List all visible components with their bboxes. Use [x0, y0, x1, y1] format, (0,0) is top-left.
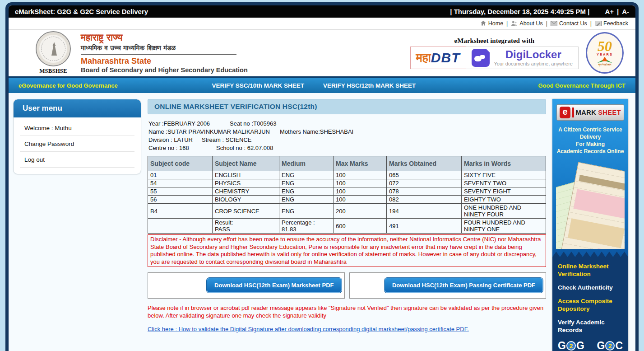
table-cell: FOUR HUNDRED AND NINETY ONE: [462, 219, 546, 234]
table-cell: 082: [387, 196, 462, 204]
app-title: eMarkSheet: G2G & G2C Service Delivery: [15, 8, 148, 15]
signature-note: Please note if in browser or acrobat pdf…: [148, 304, 546, 319]
mahadbt-maha-text: महा: [416, 51, 431, 65]
table-row: 54PHYSICSENG100072SEVENTY TWO: [148, 179, 546, 187]
font-decrease-button[interactable]: A-: [622, 8, 629, 15]
user-menu-header: User menu: [14, 99, 141, 117]
app-window: eMarkSheet: G2G & G2C Service Delivery |…: [5, 2, 639, 351]
banner-service-item: Online Marksheet Verification: [558, 262, 623, 278]
emarksheet-logo-mark: MARK: [576, 109, 597, 116]
student-details: Year :FEBRUARY-2006Seat no :T005963Name …: [148, 120, 546, 152]
table-row: 55CHEMISTRYENG100078SEVENTY EIGHT: [148, 187, 546, 196]
column-header: Marks in Words: [462, 156, 546, 171]
org-english-subtitle: Board of Secondary and Higher Secondary …: [81, 66, 248, 74]
org-english-title: Maharashtra State: [81, 56, 248, 66]
table-cell: 100: [334, 171, 387, 179]
main-nav: eGovernance for Good Governance VERIFY S…: [9, 76, 635, 93]
download-marksheet-button[interactable]: Download HSC(12th Exam) Marksheet PDF: [207, 278, 341, 293]
table-cell: 491: [387, 219, 462, 234]
nav-egovernance-label[interactable]: eGovernance for Good Governance: [19, 82, 118, 89]
jubilee-flame-icon: [602, 57, 607, 61]
emarksheet-logo-sheet: SHEET: [598, 109, 621, 116]
nav-link-verify-ssc-10th-mark-sheet[interactable]: VERIFY SSC/10th MARK SHEET: [212, 82, 305, 89]
about-us-icon: [511, 20, 518, 26]
msbshse-seal-logo: [36, 31, 71, 66]
banner-services: Online Marksheet VerificationCheck Authe…: [558, 262, 623, 340]
detail-right: Mothers Name:SHESHABAI: [280, 128, 353, 135]
nav-ict-label[interactable]: Good Governance Through ICT: [538, 82, 625, 89]
content-area: User menu Welcome : MuthuChange Password…: [9, 93, 635, 351]
emarksheet-logo: e MARKSHEET: [556, 104, 624, 121]
user-menu-title: User menu: [23, 104, 62, 113]
banner-service-item: Check Authenticity: [558, 284, 623, 291]
g2c-logo: G2C: [597, 340, 623, 351]
mahadbt-logo[interactable]: महा DBT: [410, 47, 466, 69]
table-cell: SEVENTY TWO: [462, 179, 546, 187]
table-cell: 100: [334, 179, 387, 187]
table-cell: 600: [334, 219, 387, 234]
topbar-right: | Thursday, December 18, 2025 4:49:25 PM…: [450, 8, 629, 15]
g2-letter: G: [597, 340, 605, 351]
separator: |: [546, 20, 547, 27]
nav-link-verify-hsc-12th-mark-sheet[interactable]: VERIFY HSC/12th MARK SHEET: [323, 82, 416, 89]
jubilee-years-label: YEARS: [597, 52, 613, 56]
font-size-controls: A+ | A-: [605, 8, 629, 15]
digilocker-tagline: Your documents anytime, anywhere: [494, 61, 573, 66]
table-row: B4CROP SCIENCEENG200194ONE HUNDRED AND N…: [148, 204, 546, 219]
quicklink-contact-us[interactable]: Contact Us: [551, 20, 587, 27]
detail-left: Centre no : 168: [148, 144, 216, 152]
quicklink-label: Feedback: [603, 20, 628, 27]
quicklink-label: Home: [488, 20, 503, 27]
banner-service-item: Access Composite Depository: [558, 297, 623, 313]
table-cell: 100: [334, 196, 387, 204]
student-detail-row: Year :FEBRUARY-2006Seat no :T005963: [148, 120, 546, 128]
separator: |: [506, 20, 508, 27]
g2-circle-2: 2: [605, 341, 615, 351]
table-cell: ENG: [279, 204, 334, 219]
table-cell: 200: [334, 204, 387, 219]
digilocker-logo[interactable]: DigiLocker Your documents anytime, anywh…: [466, 47, 579, 69]
table-cell: 072: [387, 179, 462, 187]
banner-top: e MARKSHEET A Citizen Centric Service De…: [552, 99, 628, 252]
quicklink-home[interactable]: Home: [480, 20, 503, 27]
certificate-download-box: Download HSC(12th Exam) Passing Certific…: [349, 272, 547, 299]
jubilee-number: 50: [598, 40, 612, 52]
table-cell: ENG: [279, 196, 334, 204]
table-cell: EIGHTY TWO: [462, 196, 546, 204]
table-cell: CHEMISTRY: [213, 187, 279, 196]
font-increase-button[interactable]: A+: [605, 8, 614, 15]
quicklink-feedback[interactable]: Feedback: [595, 20, 628, 27]
change-password-item[interactable]: Change Password: [20, 136, 134, 152]
jubilee-caption: सुवर्णमहोत्सव: [598, 63, 611, 66]
banner-tagline: A Citizen Centric Service Delivery For M…: [556, 126, 625, 155]
header-right: eMarksheet integrated with महा DBT DigiL…: [410, 32, 624, 74]
table-cell: 194: [387, 204, 462, 219]
integrated-block: eMarksheet integrated with महा DBT DigiL…: [410, 37, 579, 69]
home-icon: [480, 20, 486, 26]
emarksheet-logo-bar: [572, 108, 574, 117]
integrated-with-label: eMarksheet integrated with: [410, 37, 579, 45]
logout-item[interactable]: Log out: [20, 152, 134, 168]
org-divider: [81, 54, 236, 55]
digilocker-name: DigiLocker: [494, 49, 573, 60]
digilocker-icon: [472, 49, 490, 67]
table-cell: 100: [334, 187, 387, 196]
mahadbt-dbt-text: DBT: [431, 50, 460, 66]
table-cell: Result: PASS: [213, 219, 279, 234]
detail-left: Division : LATUR: [148, 136, 202, 144]
quick-links: Home|About Us|Contact Us|Feedback: [480, 20, 628, 27]
page-title-bar: ONLINE MARKSHEET VERIFICATION HSC(12th): [148, 99, 546, 114]
download-certificate-button[interactable]: Download HSC(12th Exam) Passing Certific…: [385, 278, 543, 293]
marksheet-download-box: Download HSC(12th Exam) Marksheet PDF: [148, 272, 345, 299]
quicklink-about-us[interactable]: About Us: [511, 20, 542, 27]
validate-signature-link[interactable]: Click here : How to validate the Digital…: [148, 326, 469, 332]
detail-right: Seat no :T005963: [230, 120, 276, 127]
detail-right: Stream : SCIENCE: [202, 136, 252, 143]
g2-letter: G: [558, 340, 566, 351]
table-cell: ENG: [279, 171, 334, 179]
table-cell: SEVENTY EIGHT: [462, 187, 546, 196]
top-bar: eMarkSheet: G2G & G2C Service Delivery |…: [9, 5, 635, 18]
quicklink-label: Contact Us: [559, 20, 587, 27]
welcome-item: Welcome : Muthu: [20, 120, 134, 136]
font-controls-divider: |: [617, 8, 619, 15]
